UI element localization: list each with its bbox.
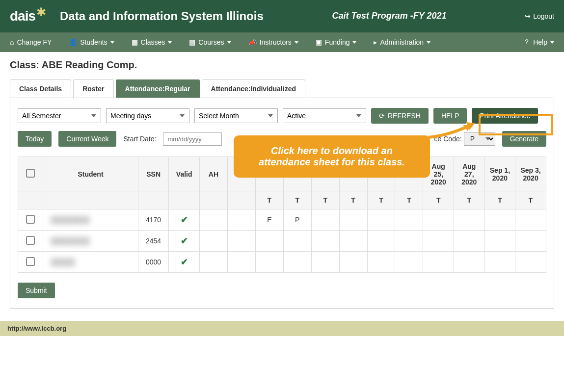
month-select[interactable]: Select Month bbox=[194, 108, 278, 123]
select-all-checkbox[interactable] bbox=[26, 169, 35, 178]
footer: http://www.iccb.org bbox=[0, 321, 564, 336]
attendance-cell[interactable]: E bbox=[255, 209, 283, 231]
tabs: Class Details Roster Attendance:Regular … bbox=[10, 79, 554, 98]
col-valid: Valid bbox=[169, 157, 200, 191]
status-select[interactable]: Active bbox=[283, 108, 366, 123]
nav-funding[interactable]: ▣Funding bbox=[316, 38, 357, 46]
col-date: Sep 3, 2020 bbox=[515, 157, 546, 191]
attendance-cell[interactable] bbox=[484, 209, 515, 231]
question-icon: ？ bbox=[523, 38, 530, 47]
attendance-cell[interactable] bbox=[367, 209, 395, 231]
nav-classes[interactable]: ▦Classes bbox=[132, 38, 172, 46]
nav-change-fy[interactable]: ⌂Change FY bbox=[10, 38, 52, 46]
tab-attendance-regular[interactable]: Attendance:Regular bbox=[116, 79, 200, 98]
header: dais ✱ Data and Information System Illin… bbox=[0, 0, 564, 32]
attendance-cell[interactable] bbox=[227, 231, 255, 252]
tab-roster[interactable]: Roster bbox=[73, 79, 113, 98]
print-attendance-button[interactable]: Print Attendance bbox=[472, 108, 538, 124]
nav-administration[interactable]: ▸Administration bbox=[374, 38, 430, 46]
attendance-cell[interactable]: P bbox=[283, 209, 311, 231]
attendance-cell[interactable] bbox=[367, 231, 395, 252]
attendance-cell[interactable] bbox=[423, 252, 454, 273]
caret-down-icon bbox=[110, 41, 114, 44]
attendance-cell[interactable] bbox=[515, 231, 546, 252]
attendance-cell[interactable] bbox=[367, 252, 395, 273]
attendance-cell[interactable] bbox=[515, 209, 546, 231]
start-date-label: Start Date: bbox=[123, 135, 156, 143]
attendance-cell[interactable] bbox=[484, 231, 515, 252]
attendance-cell[interactable] bbox=[227, 252, 255, 273]
generate-button[interactable]: Generate bbox=[502, 131, 546, 147]
start-date-input[interactable] bbox=[163, 132, 222, 146]
attendance-cell[interactable] bbox=[484, 252, 515, 273]
callout-arrow-icon bbox=[426, 120, 480, 140]
table-row: █████ 0000 ✔ bbox=[18, 252, 546, 273]
caret-down-icon bbox=[295, 41, 298, 44]
nav-courses[interactable]: ▤Courses bbox=[189, 38, 231, 46]
check-icon: ✔ bbox=[181, 236, 188, 246]
attendance-cell[interactable] bbox=[311, 209, 339, 231]
logo: dais ✱ bbox=[10, 8, 48, 24]
refresh-icon: ⟳ bbox=[379, 112, 385, 120]
attendance-cell[interactable] bbox=[227, 209, 255, 231]
page-title: Class: ABE Reading Comp. bbox=[10, 59, 554, 71]
col-ah: AH bbox=[200, 157, 228, 191]
attendance-cell[interactable] bbox=[423, 209, 454, 231]
col-date: Sep 1, 2020 bbox=[484, 157, 515, 191]
header-row-2: T T T T T T T T T T bbox=[18, 191, 546, 209]
logout-icon: ↪ bbox=[525, 12, 531, 20]
attendance-cell[interactable] bbox=[395, 231, 423, 252]
row-checkbox[interactable] bbox=[26, 257, 35, 266]
attendance-cell[interactable] bbox=[311, 252, 339, 273]
attendance-cell[interactable] bbox=[515, 252, 546, 273]
row-checkbox[interactable] bbox=[26, 215, 35, 224]
attendance-cell[interactable] bbox=[200, 252, 228, 273]
logout-link[interactable]: ↪ Logout bbox=[525, 12, 554, 20]
grid-icon: ▦ bbox=[132, 38, 138, 46]
app-title: Data and Information System Illinois bbox=[60, 9, 264, 23]
nav-instructors[interactable]: 📣Instructors bbox=[248, 38, 298, 46]
attendance-cell[interactable] bbox=[454, 231, 485, 252]
ssn-cell: 2454 bbox=[138, 231, 169, 252]
ssn-cell: 4170 bbox=[138, 209, 169, 231]
caret-down-icon bbox=[427, 41, 430, 44]
attendance-cell[interactable] bbox=[454, 252, 485, 273]
money-icon: ▣ bbox=[316, 38, 322, 46]
folder-icon: ▸ bbox=[374, 38, 377, 46]
attendance-cell[interactable] bbox=[255, 231, 283, 252]
attendance-cell[interactable] bbox=[311, 231, 339, 252]
attendance-cell[interactable] bbox=[423, 231, 454, 252]
current-week-button[interactable]: Current Week bbox=[58, 131, 116, 147]
tab-class-details[interactable]: Class Details bbox=[10, 79, 71, 98]
student-name: ████████ bbox=[51, 237, 89, 245]
attendance-cell[interactable] bbox=[255, 252, 283, 273]
row-checkbox[interactable] bbox=[26, 236, 35, 245]
megaphone-icon: 📣 bbox=[248, 38, 257, 46]
meeting-select[interactable]: Meeting days bbox=[106, 108, 189, 123]
attendance-cell[interactable] bbox=[339, 231, 367, 252]
check-icon: ✔ bbox=[181, 215, 188, 225]
attendance-cell[interactable] bbox=[395, 252, 423, 273]
attendance-cell[interactable] bbox=[283, 231, 311, 252]
attendance-cell[interactable] bbox=[395, 209, 423, 231]
nav-help[interactable]: ？Help bbox=[523, 38, 554, 47]
caret-down-icon bbox=[168, 41, 172, 44]
submit-button[interactable]: Submit bbox=[18, 283, 55, 298]
attendance-cell[interactable] bbox=[200, 231, 228, 252]
tab-attendance-individualized[interactable]: Attendance:Individualized bbox=[202, 79, 305, 98]
caret-down-icon bbox=[352, 41, 356, 44]
refresh-button[interactable]: ⟳REFRESH bbox=[371, 108, 429, 124]
semester-select[interactable]: All Semester bbox=[18, 108, 101, 123]
attendance-cell[interactable] bbox=[339, 209, 367, 231]
today-button[interactable]: Today bbox=[18, 131, 52, 147]
valid-cell: ✔ bbox=[169, 252, 200, 273]
attendance-cell[interactable] bbox=[283, 252, 311, 273]
col-student: Student bbox=[43, 157, 138, 191]
attendance-cell[interactable] bbox=[200, 209, 228, 231]
content: Class: ABE Reading Comp. Class Details R… bbox=[0, 52, 564, 316]
attendance-cell[interactable] bbox=[339, 252, 367, 273]
nav-students[interactable]: 👤Students bbox=[69, 38, 114, 46]
table-row: ████████ 4170 ✔ EP bbox=[18, 209, 546, 231]
attendance-cell[interactable] bbox=[454, 209, 485, 231]
valid-cell: ✔ bbox=[169, 231, 200, 252]
